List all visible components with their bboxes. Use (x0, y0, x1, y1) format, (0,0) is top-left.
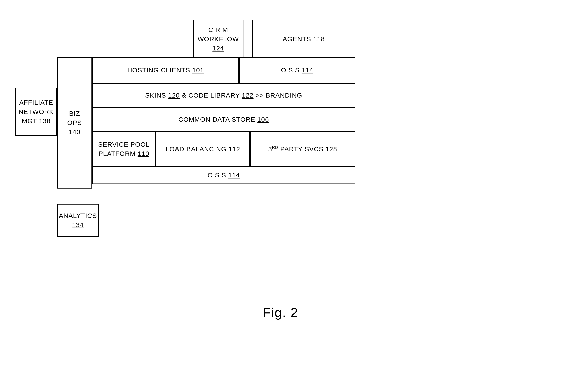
common-data-ref: 106 (257, 116, 269, 123)
affiliate-box: AFFILIATENETWORKMGT 138 (15, 88, 57, 136)
biz-ops-ref: 140 (69, 128, 80, 136)
agents-ref: 118 (313, 35, 325, 42)
biz-ops-box: BIZOPS140 (57, 57, 92, 189)
load-balancing-ref: 112 (228, 145, 240, 153)
crm-workflow-ref: 124 (212, 44, 224, 52)
oss-top-box: O S S 114 (239, 57, 355, 83)
oss-bottom-ref: 114 (228, 171, 240, 179)
hosting-clients-ref: 101 (192, 66, 204, 74)
skins-code-box: SKINS 120 & CODE LIBRARY 122 >> BRANDING (92, 83, 355, 107)
common-data-store-box: COMMON DATA STORE 106 (92, 107, 355, 132)
diagram-container: C R MWORKFLOW124 AGENTS 118 AFFILIATENET… (13, 13, 548, 342)
figure-label: Fig. 2 (263, 305, 298, 320)
code-library-ref: 122 (242, 92, 254, 99)
load-balancing-box: LOAD BALANCING 112 (156, 132, 250, 167)
analytics-box: ANALYTICS134 (57, 204, 99, 237)
oss-top-ref: 114 (302, 66, 313, 74)
oss-bottom-box: O S S 114 (92, 167, 355, 184)
agents-box: AGENTS 118 (252, 20, 355, 58)
crm-workflow-box: C R MWORKFLOW124 (193, 20, 243, 58)
crm-workflow-text: C R MWORKFLOW124 (198, 25, 239, 53)
rd-superscript: RD (272, 145, 278, 150)
agents-text: AGENTS (283, 35, 311, 42)
service-pool-box: SERVICE POOLPLATFORM 110 (92, 132, 156, 167)
analytics-ref: 134 (72, 221, 84, 228)
third-party-ref: 128 (325, 145, 337, 153)
hosting-clients-box: HOSTING CLIENTS 101 (92, 57, 239, 83)
service-pool-ref: 110 (138, 150, 149, 157)
third-party-svcs-box: 3RD PARTY SVCS 128 (250, 132, 355, 167)
affiliate-ref: 138 (39, 117, 51, 125)
skins-ref: 120 (168, 92, 180, 99)
